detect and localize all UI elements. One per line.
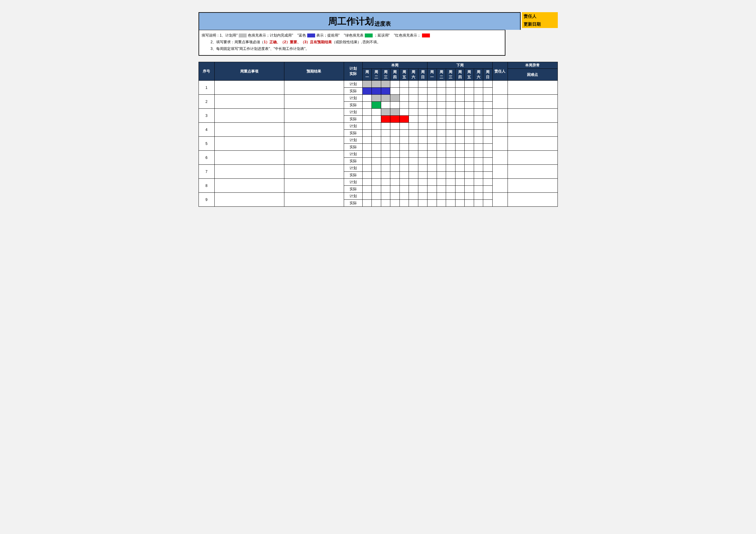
- cell-day[interactable]: [362, 172, 372, 179]
- cell-day[interactable]: [362, 200, 372, 207]
- cell-day[interactable]: [483, 144, 493, 151]
- cell-day[interactable]: [399, 144, 409, 151]
- cell-day[interactable]: [465, 172, 474, 179]
- cell-day[interactable]: [399, 158, 409, 165]
- cell-day[interactable]: [418, 186, 427, 193]
- cell-day[interactable]: [362, 116, 372, 123]
- cell-day[interactable]: [465, 193, 474, 200]
- cell-day[interactable]: [455, 81, 465, 88]
- cell-day[interactable]: [381, 165, 390, 172]
- cell-day[interactable]: [390, 81, 400, 88]
- cell-day[interactable]: [437, 193, 446, 200]
- cell-day[interactable]: [381, 137, 390, 144]
- cell-day[interactable]: [390, 193, 400, 200]
- cell-day[interactable]: [483, 179, 493, 186]
- cell-owner[interactable]: [492, 165, 507, 179]
- cell-day[interactable]: [409, 158, 418, 165]
- cell-day[interactable]: [409, 179, 418, 186]
- cell-day[interactable]: [409, 193, 418, 200]
- cell-day[interactable]: [390, 123, 400, 130]
- cell-day[interactable]: [362, 81, 372, 88]
- cell-day[interactable]: [446, 88, 455, 95]
- cell-day[interactable]: [427, 116, 437, 123]
- cell-day[interactable]: [399, 137, 409, 144]
- cell-day[interactable]: [381, 88, 390, 95]
- cell-day[interactable]: [362, 137, 372, 144]
- cell-day[interactable]: [474, 102, 483, 109]
- cell-day[interactable]: [362, 193, 372, 200]
- cell-day[interactable]: [455, 186, 465, 193]
- cell-day[interactable]: [381, 95, 390, 102]
- cell-day[interactable]: [465, 88, 474, 95]
- cell-day[interactable]: [427, 165, 437, 172]
- cell-day[interactable]: [483, 186, 493, 193]
- cell-day[interactable]: [399, 109, 409, 116]
- cell-day[interactable]: [455, 144, 465, 151]
- cell-day[interactable]: [483, 158, 493, 165]
- cell-day[interactable]: [474, 116, 483, 123]
- cell-day[interactable]: [427, 102, 437, 109]
- cell-item[interactable]: [214, 81, 284, 95]
- cell-day[interactable]: [390, 130, 400, 137]
- cell-day[interactable]: [409, 95, 418, 102]
- cell-day[interactable]: [465, 137, 474, 144]
- cell-day[interactable]: [437, 179, 446, 186]
- cell-day[interactable]: [399, 95, 409, 102]
- cell-day[interactable]: [474, 123, 483, 130]
- cell-day[interactable]: [437, 102, 446, 109]
- cell-day[interactable]: [418, 109, 427, 116]
- cell-expect[interactable]: [284, 151, 344, 165]
- cell-day[interactable]: [455, 165, 465, 172]
- cell-day[interactable]: [465, 200, 474, 207]
- cell-day[interactable]: [483, 193, 493, 200]
- cell-day[interactable]: [381, 151, 390, 158]
- cell-day[interactable]: [446, 102, 455, 109]
- cell-day[interactable]: [409, 81, 418, 88]
- cell-day[interactable]: [474, 109, 483, 116]
- cell-day[interactable]: [372, 193, 381, 200]
- cell-day[interactable]: [446, 151, 455, 158]
- cell-day[interactable]: [427, 130, 437, 137]
- cell-day[interactable]: [418, 123, 427, 130]
- cell-day[interactable]: [381, 172, 390, 179]
- cell-day[interactable]: [409, 102, 418, 109]
- cell-day[interactable]: [483, 123, 493, 130]
- cell-day[interactable]: [362, 186, 372, 193]
- cell-day[interactable]: [418, 172, 427, 179]
- cell-day[interactable]: [474, 137, 483, 144]
- cell-abnormal[interactable]: [507, 109, 557, 123]
- cell-day[interactable]: [446, 158, 455, 165]
- cell-day[interactable]: [372, 81, 381, 88]
- cell-abnormal[interactable]: [507, 165, 557, 179]
- cell-day[interactable]: [390, 151, 400, 158]
- cell-day[interactable]: [362, 165, 372, 172]
- cell-day[interactable]: [381, 116, 390, 123]
- cell-day[interactable]: [437, 95, 446, 102]
- cell-item[interactable]: [214, 151, 284, 165]
- cell-day[interactable]: [409, 144, 418, 151]
- cell-item[interactable]: [214, 109, 284, 123]
- cell-day[interactable]: [399, 179, 409, 186]
- cell-day[interactable]: [446, 130, 455, 137]
- cell-day[interactable]: [465, 165, 474, 172]
- cell-day[interactable]: [455, 179, 465, 186]
- cell-day[interactable]: [455, 193, 465, 200]
- cell-expect[interactable]: [284, 109, 344, 123]
- cell-day[interactable]: [427, 88, 437, 95]
- cell-day[interactable]: [437, 144, 446, 151]
- cell-day[interactable]: [437, 186, 446, 193]
- cell-item[interactable]: [214, 95, 284, 109]
- cell-day[interactable]: [409, 151, 418, 158]
- cell-day[interactable]: [446, 137, 455, 144]
- cell-day[interactable]: [474, 158, 483, 165]
- cell-day[interactable]: [446, 123, 455, 130]
- cell-day[interactable]: [418, 95, 427, 102]
- cell-day[interactable]: [372, 88, 381, 95]
- cell-day[interactable]: [446, 172, 455, 179]
- cell-day[interactable]: [372, 109, 381, 116]
- cell-day[interactable]: [381, 200, 390, 207]
- cell-abnormal[interactable]: [507, 95, 557, 109]
- cell-day[interactable]: [399, 116, 409, 123]
- cell-owner[interactable]: [492, 123, 507, 137]
- cell-day[interactable]: [381, 193, 390, 200]
